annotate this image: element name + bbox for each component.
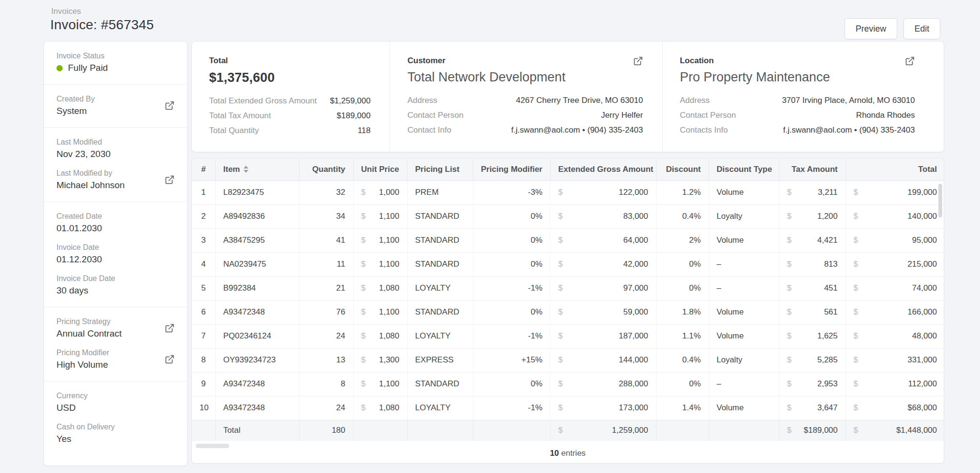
cell-value: 3,211	[818, 188, 837, 197]
currency-symbol: $	[558, 331, 563, 341]
cell-value: 59,000	[624, 307, 648, 317]
total-cell-num	[192, 420, 215, 441]
summary-customer-panel: Customer Total Network Development Addre…	[390, 42, 662, 152]
total-cell-ega: $1,259,000	[550, 420, 656, 441]
cell-discount_type: –	[709, 252, 779, 276]
summary-row: Total Tax Amount $189,000	[209, 111, 370, 121]
summary-location-panel: Location Pro Property Maintenance Addres…	[663, 42, 944, 152]
currency-symbol: $	[787, 259, 791, 269]
cell-num: 8	[192, 348, 215, 372]
external-link-icon[interactable]	[165, 101, 175, 111]
table-row[interactable]: 5B99238421$1,080LOYALTY-1%$97,0000%–$451…	[192, 276, 944, 300]
breadcrumb[interactable]: Invoices	[51, 7, 81, 16]
cell-ega: $122,000	[550, 180, 656, 204]
column-header-item[interactable]: Item	[215, 158, 299, 180]
cell-value: 97,000	[624, 283, 648, 293]
cell-value: 1,100	[379, 379, 400, 389]
cell-discount_type: Volume	[709, 396, 779, 420]
table-row[interactable]: 4NA023947511$1,100STANDARD0%$42,0000%–$8…	[192, 252, 944, 276]
table-row[interactable]: 3A3847529541$1,100STANDARD0%$64,0002%Vol…	[192, 228, 944, 252]
table-row[interactable]: 8OY93923472313$1,300EXPRESS+15%$144,0000…	[192, 348, 944, 372]
cell-item: A93472348	[215, 372, 299, 396]
cell-value: 215,000	[908, 259, 937, 269]
cell-pricing_modifier: -1%	[473, 276, 550, 300]
cell-value: 1,080	[379, 403, 400, 413]
cell-discount_type: Loyalty	[709, 348, 779, 372]
row-label: Total Quantity	[209, 126, 259, 135]
table-row[interactable]: 10A9347234824$1,080LOYALTY-1%$173,0001.4…	[192, 396, 944, 420]
invoice-grand-total: $1,375,600	[209, 70, 370, 85]
table-row[interactable]: 9A934723488$1,100STANDARD0%$288,0000%–$2…	[192, 372, 944, 396]
cell-value: 1,625	[817, 331, 838, 341]
row-label: Contact Info	[407, 125, 451, 135]
field-label: Invoice Status	[56, 52, 108, 60]
total-cell-item: Total	[215, 420, 299, 441]
currency-symbol: $	[787, 331, 791, 341]
cell-unit_price: $1,100	[353, 228, 407, 252]
column-header-total: Total	[846, 158, 944, 180]
column-header-: #	[192, 158, 215, 180]
cell-ega: $288,000	[550, 372, 656, 396]
table-row[interactable]: 2A8949283634$1,100STANDARD0%$83,0000.4%L…	[192, 204, 944, 228]
table-row[interactable]: 6A9347234876$1,100STANDARD0%$59,0001.8%V…	[192, 300, 944, 324]
cell-tax: $3,647	[779, 396, 846, 420]
table-total-row: Total180$1,259,000$$189,000$$1,448,000	[192, 420, 944, 441]
cell-unit_price: $1,100	[353, 372, 407, 396]
cell-pricing_list: STANDARD	[407, 228, 473, 252]
currency-symbol: $	[854, 355, 858, 365]
cell-item: NA0239475	[215, 252, 299, 276]
cell-value: 3,647	[817, 403, 838, 413]
cell-pricing_modifier: 0%	[473, 300, 550, 324]
status-dot-icon	[56, 65, 63, 71]
field-label: Pricing Modifier	[56, 349, 109, 357]
currency-symbol: $	[558, 259, 563, 269]
sort-icon[interactable]	[244, 166, 248, 173]
cell-item: A93472348	[215, 300, 299, 324]
cell-pricing_modifier: +15%	[473, 348, 550, 372]
cell-num: 7	[192, 324, 215, 348]
external-link-icon[interactable]	[905, 56, 915, 66]
external-link-icon[interactable]	[165, 323, 175, 333]
vertical-scrollbar[interactable]	[938, 184, 942, 217]
sidebar-field-last-modified-by: Last Modified byMichael Johnson	[56, 169, 175, 191]
table-row[interactable]: 1L8292347532$1,000PREM-3%$122,0001.2%Vol…	[192, 180, 944, 204]
summary-total-panel: Total $1,375,600 Total Extended Gross Am…	[192, 42, 390, 152]
cell-tax: $2,953	[779, 372, 846, 396]
column-header-discount: Discount	[656, 158, 709, 180]
currency-symbol: $	[361, 212, 366, 221]
cell-unit_price: $1,000	[353, 180, 407, 204]
field-value: System	[56, 106, 95, 116]
cell-value: 140,000	[908, 212, 937, 221]
cell-discount_type: Volume	[709, 180, 779, 204]
cell-value: $189,000	[804, 426, 838, 435]
row-label: Total Tax Amount	[209, 111, 271, 121]
external-link-icon[interactable]	[165, 175, 175, 185]
external-link-icon[interactable]	[165, 354, 175, 364]
currency-symbol: $	[787, 236, 791, 245]
cell-total: $48,000	[846, 324, 944, 348]
sidebar-section: Pricing StrategyAnnual ContractPricing M…	[44, 307, 187, 382]
currency-symbol: $	[787, 426, 791, 435]
entries-count: 10 entries	[192, 441, 944, 458]
sidebar-section: Created BySystem	[44, 85, 187, 128]
cell-ega: $173,000	[550, 396, 656, 420]
sidebar-field-created-by: Created BySystem	[56, 95, 175, 116]
total-cell-discount	[656, 420, 709, 441]
cell-tax: $1,625	[779, 324, 846, 348]
horizontal-scrollbar[interactable]	[196, 444, 229, 448]
field-value: USD	[56, 403, 88, 413]
row-value: f.j.swann@aol.com • (904) 335-2403	[511, 125, 643, 135]
cell-num: 4	[192, 252, 215, 276]
cell-num: 6	[192, 300, 215, 324]
cell-item: A38475295	[215, 228, 299, 252]
row-value: Rhonda Rhodes	[856, 111, 915, 120]
cell-discount: 0.4%	[656, 204, 709, 228]
table-row[interactable]: 7PQ0234612424$1,080LOYALTY-1%$187,0001.1…	[192, 324, 944, 348]
cell-discount_type: –	[709, 276, 779, 300]
sidebar-field-invoice-date: Invoice Date01.12.2030	[56, 243, 175, 265]
cell-tax: $451	[779, 276, 846, 300]
preview-button[interactable]: Preview	[845, 18, 897, 39]
cell-value: 1,100	[379, 236, 400, 245]
edit-button[interactable]: Edit	[903, 18, 940, 39]
external-link-icon[interactable]	[633, 56, 643, 66]
